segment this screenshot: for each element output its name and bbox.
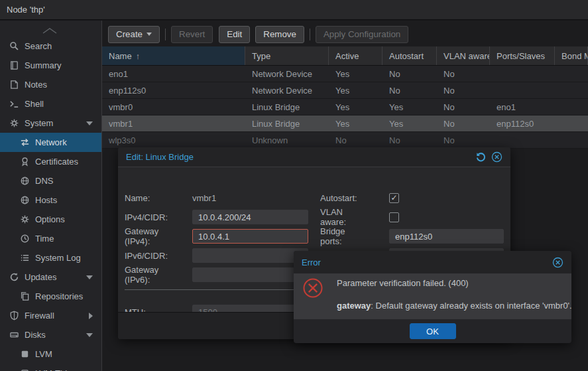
ipv4-cidr-input[interactable] bbox=[192, 210, 308, 224]
table-row-vmbr0[interactable]: vmbr0Linux BridgeYesYesNoeno1 bbox=[102, 99, 588, 115]
dialog-titlebar[interactable]: Error bbox=[294, 251, 571, 273]
name-field-value: vmbr1 bbox=[192, 193, 216, 203]
cell-vlan: No bbox=[437, 66, 490, 82]
ipv6-cidr-input[interactable] bbox=[192, 248, 308, 263]
cell-ports bbox=[490, 82, 555, 98]
gears-icon bbox=[9, 118, 19, 128]
sidebar-item-lvm[interactable]: LVM bbox=[0, 344, 101, 364]
sidebar-collapse-icon[interactable] bbox=[41, 27, 58, 35]
table-row-wlp3s0[interactable]: wlp3s0UnknownNoNoNo bbox=[102, 132, 588, 149]
sidebar-item-label: Certificates bbox=[35, 157, 78, 167]
network-interfaces-table: Name↑TypeActiveAutostartVLAN awarePorts/… bbox=[102, 46, 588, 149]
cell-ports: enp112s0 bbox=[490, 115, 555, 131]
cell-vlan: No bbox=[437, 132, 490, 148]
page-title: Node 'thp' bbox=[7, 5, 45, 15]
table-row-enp112s0[interactable]: enp112s0Network DeviceYesNoNo bbox=[102, 82, 588, 99]
sidebar-item-dns[interactable]: DNS bbox=[0, 171, 101, 190]
cell-type: Linux Bridge bbox=[245, 115, 329, 131]
column-header-active[interactable]: Active bbox=[329, 46, 382, 65]
autostart-checkbox[interactable] bbox=[389, 193, 399, 203]
column-header-bond[interactable]: Bond Mode bbox=[555, 46, 588, 65]
close-icon[interactable] bbox=[491, 151, 502, 163]
copy-icon bbox=[20, 291, 30, 301]
shield-icon bbox=[9, 311, 19, 321]
chevron-down-icon[interactable] bbox=[86, 275, 93, 279]
note-icon bbox=[9, 80, 19, 90]
chevron-right-icon[interactable] bbox=[89, 313, 93, 319]
sidebar-item-hosts[interactable]: Hosts bbox=[0, 190, 101, 210]
revert-button[interactable]: Revert bbox=[171, 26, 213, 43]
edit-button[interactable]: Edit bbox=[219, 26, 250, 43]
gear-icon bbox=[20, 214, 30, 224]
globe-icon bbox=[20, 195, 30, 205]
cell-name: eno1 bbox=[102, 66, 245, 82]
sidebar-item-system-log[interactable]: System Log bbox=[0, 248, 101, 267]
column-header-vlan[interactable]: VLAN aware bbox=[437, 46, 490, 65]
apply-configuration-button[interactable]: Apply Configuration bbox=[316, 26, 408, 43]
sidebar-item-label: Repositories bbox=[35, 291, 83, 301]
create-button[interactable]: Create bbox=[108, 26, 160, 43]
chevron-down-icon[interactable] bbox=[86, 333, 93, 337]
sidebar-item-firewall[interactable]: Firewall bbox=[0, 306, 101, 325]
gateway-ipv4-input[interactable] bbox=[192, 229, 308, 244]
toolbar-separator bbox=[310, 29, 310, 40]
cell-type: Linux Bridge bbox=[245, 99, 329, 115]
book-icon bbox=[9, 60, 19, 70]
sidebar-item-summary[interactable]: Summary bbox=[0, 56, 101, 75]
sidebar-item-label: Disks bbox=[25, 330, 46, 340]
sidebar-nav: SearchSummaryNotesShellSystemNetworkCert… bbox=[0, 37, 101, 371]
dialog-titlebar[interactable]: Edit: Linux Bridge bbox=[118, 147, 510, 167]
cell-type: Unknown bbox=[245, 132, 329, 148]
ok-button[interactable]: OK bbox=[410, 323, 456, 339]
sidebar-item-label: LVM bbox=[35, 349, 52, 359]
sidebar-item-label: Notes bbox=[25, 80, 47, 90]
column-header-name[interactable]: Name↑ bbox=[102, 46, 245, 65]
cell-active: Yes bbox=[329, 82, 382, 98]
sidebar-item-time[interactable]: Time bbox=[0, 229, 101, 248]
table-row-eno1[interactable]: eno1Network DeviceYesNoNo bbox=[102, 66, 588, 82]
cell-vlan: No bbox=[437, 82, 490, 98]
sidebar-item-label: Summary bbox=[25, 60, 62, 70]
column-header-type[interactable]: Type bbox=[245, 46, 329, 65]
cell-active: Yes bbox=[329, 99, 382, 115]
sidebar-item-certificates[interactable]: Certificates bbox=[0, 152, 101, 171]
chevron-down-icon[interactable] bbox=[86, 121, 93, 125]
sidebar-item-network[interactable]: Network bbox=[0, 133, 101, 152]
table-row-vmbr1[interactable]: vmbr1Linux BridgeYesYesNoenp112s0 bbox=[102, 115, 588, 132]
sidebar-item-options[interactable]: Options bbox=[0, 210, 101, 229]
sidebar-item-search[interactable]: Search bbox=[0, 37, 101, 56]
sidebar-item-label: Network bbox=[35, 137, 67, 147]
column-header-label: VLAN aware bbox=[443, 51, 490, 61]
column-header-autostart[interactable]: Autostart bbox=[382, 46, 437, 65]
cell-active: Yes bbox=[329, 115, 382, 131]
sidebar-item-repositories[interactable]: Repositories bbox=[0, 287, 101, 306]
close-icon[interactable] bbox=[552, 257, 563, 268]
column-header-ports[interactable]: Ports/Slaves bbox=[490, 46, 555, 65]
gateway-ipv6-input[interactable] bbox=[192, 267, 308, 282]
sidebar-item-label: System bbox=[25, 118, 53, 128]
sidebar-item-label: Updates bbox=[25, 272, 56, 282]
cell-autostart: No bbox=[382, 132, 437, 148]
remove-button[interactable]: Remove bbox=[255, 26, 304, 43]
sidebar-item-updates[interactable]: Updates bbox=[0, 267, 101, 287]
bridge-ports-label: Bridge ports: bbox=[320, 226, 345, 246]
sidebar-item-system[interactable]: System bbox=[0, 113, 101, 133]
column-header-label: Active bbox=[335, 51, 359, 61]
cell-vlan: No bbox=[437, 99, 490, 115]
cell-active: Yes bbox=[329, 66, 382, 82]
bridge-ports-input[interactable] bbox=[389, 229, 504, 244]
sidebar-item-disks[interactable]: Disks bbox=[0, 325, 101, 344]
cell-bond bbox=[555, 132, 588, 148]
dialog-title: Edit: Linux Bridge bbox=[126, 152, 194, 162]
vlan-aware-checkbox[interactable] bbox=[389, 212, 399, 222]
sidebar-item-lvm-thin[interactable]: LVM-Thin bbox=[0, 364, 101, 371]
sidebar-item-shell[interactable]: Shell bbox=[0, 94, 101, 113]
vlan-aware-label: VLAN aware: bbox=[320, 207, 346, 227]
cell-name: vmbr0 bbox=[102, 99, 245, 115]
ipv4-cidr-label: IPv4/CIDR: bbox=[125, 212, 168, 222]
sidebar-item-notes[interactable]: Notes bbox=[0, 75, 101, 94]
cell-name: enp112s0 bbox=[102, 82, 245, 98]
cell-bond bbox=[555, 115, 588, 131]
reset-icon[interactable] bbox=[475, 151, 487, 163]
gateway-ipv6-label: Gateway (IPv6): bbox=[125, 265, 158, 285]
